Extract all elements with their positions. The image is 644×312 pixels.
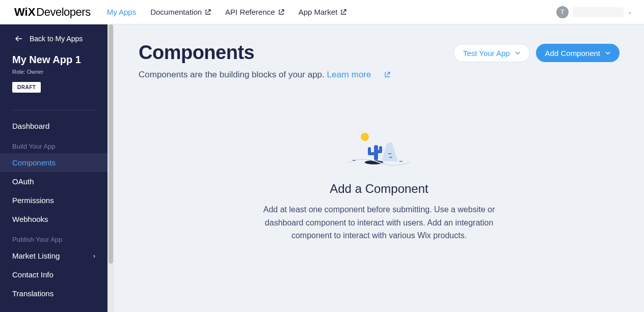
learn-more-link[interactable]: Learn more [327, 70, 390, 80]
empty-state-title: Add a Component [330, 182, 428, 196]
sidebar-item-label: Market Listing [12, 251, 60, 260]
sidebar-scrollbar[interactable] [108, 24, 114, 312]
nav-documentation-label: Documentation [150, 8, 202, 16]
chevron-down-icon [515, 51, 520, 54]
logo-dev: Developers [36, 6, 90, 19]
sidebar-item-label: OAuth [12, 177, 34, 186]
divider [12, 110, 95, 110]
nav-app-market[interactable]: App Market [299, 8, 347, 16]
external-link-icon [340, 9, 346, 15]
sidebar-item-label: Webhooks [12, 215, 48, 223]
empty-state: Add a Component Add at least one compone… [139, 131, 620, 242]
topnav: My Apps Documentation API Reference App … [107, 8, 556, 16]
chevron-down-icon: ⌄ [628, 9, 632, 15]
main-content: Components Test Your App Add Component C… [114, 24, 644, 312]
button-label: Test Your App [463, 49, 510, 58]
sidebar-item-label: Dashboard [12, 122, 49, 130]
nav-my-apps-label: My Apps [107, 8, 137, 16]
arrow-left-icon [15, 36, 22, 42]
nav-api-reference[interactable]: API Reference [225, 8, 284, 16]
nav-app-market-label: App Market [299, 8, 338, 16]
empty-state-description: Add at least one component before submit… [247, 203, 512, 242]
button-label: Add Component [545, 49, 600, 58]
back-label: Back to My Apps [30, 35, 83, 43]
sidebar-item-label: Components [12, 158, 56, 167]
svg-rect-5 [376, 150, 382, 153]
header-buttons: Test Your App Add Component [453, 44, 620, 62]
desert-illustration-icon [348, 131, 410, 166]
external-link-icon [205, 9, 211, 15]
avatar-initial: T [560, 9, 564, 16]
nav-documentation[interactable]: Documentation [150, 8, 211, 16]
user-menu[interactable]: T ⌄ [556, 6, 632, 18]
sidebar-item-webhooks[interactable]: Webhooks [0, 210, 108, 229]
chevron-right-icon: › [93, 252, 95, 260]
logo-wix: WiX [14, 6, 35, 19]
user-name [573, 7, 624, 17]
add-component-button[interactable]: Add Component [536, 44, 620, 62]
back-to-my-apps[interactable]: Back to My Apps [0, 24, 108, 52]
topbar: WiX Developers My Apps Documentation API… [0, 0, 644, 24]
nav-api-reference-label: API Reference [225, 8, 275, 16]
sidebar: Back to My Apps My New App 1 Role: Owner… [0, 24, 108, 312]
sidebar-item-label: Contact Info [12, 270, 53, 279]
chevron-down-icon [605, 51, 610, 54]
sidebar-item-label: Permissions [12, 196, 54, 205]
learn-more-label: Learn more [327, 70, 371, 80]
sidebar-section-publish: Publish Your App [0, 229, 108, 246]
status-badge: DRAFT [12, 82, 41, 93]
svg-rect-3 [368, 152, 376, 155]
layout: Back to My Apps My New App 1 Role: Owner… [0, 24, 644, 312]
sidebar-item-label: Translations [12, 289, 53, 298]
sidebar-item-dashboard[interactable]: Dashboard [0, 117, 108, 135]
sidebar-section-build: Build Your App [0, 135, 108, 153]
main-header: Components Test Your App Add Component [139, 42, 620, 64]
app-header: My New App 1 Role: Owner DRAFT [0, 52, 108, 103]
app-role: Role: Owner [12, 69, 95, 75]
page-title: Components [139, 42, 254, 64]
subtitle-text: Components are the building blocks of yo… [139, 70, 327, 79]
page-subtitle: Components are the building blocks of yo… [139, 70, 620, 80]
svg-point-0 [361, 133, 369, 141]
sidebar-item-translations[interactable]: Translations [0, 284, 108, 303]
nav-my-apps[interactable]: My Apps [107, 8, 137, 16]
sidebar-item-components[interactable]: Components [0, 153, 108, 172]
avatar: T [556, 6, 569, 18]
sidebar-item-permissions[interactable]: Permissions [0, 191, 108, 210]
sidebar-item-contact-info[interactable]: Contact Info [0, 265, 108, 284]
sidebar-item-market-listing[interactable]: Market Listing › [0, 246, 108, 265]
external-link-icon [278, 9, 284, 15]
sidebar-item-oauth[interactable]: OAuth [0, 172, 108, 191]
external-link-icon [384, 72, 390, 78]
app-title: My New App 1 [12, 54, 95, 66]
logo[interactable]: WiX Developers [14, 6, 91, 19]
scrollbar-thumb[interactable] [109, 24, 113, 264]
test-your-app-button[interactable]: Test Your App [453, 44, 530, 62]
